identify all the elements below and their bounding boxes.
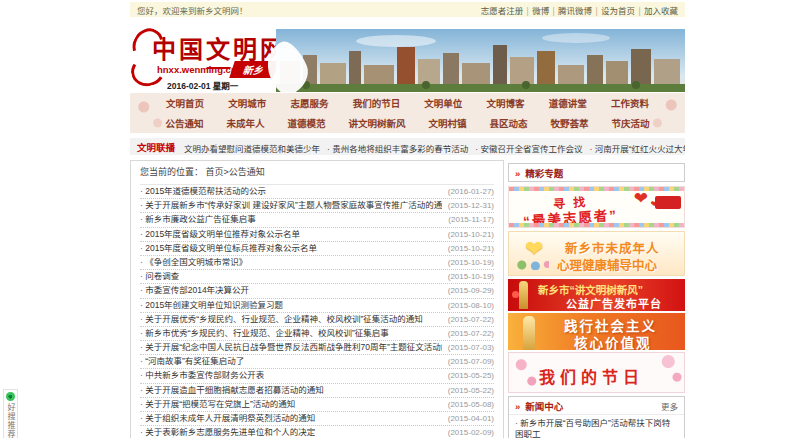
notice-date: (2015-09-29): [448, 284, 494, 297]
nav-item[interactable]: 文明首页: [166, 96, 204, 110]
topbar-link[interactable]: 加入收藏: [644, 6, 678, 16]
notice-row: 关于表彰新乡志愿服务先进单位和个人的决定(2015-02-09): [140, 426, 494, 438]
notice-link[interactable]: 关于开展“纪念中国人民抗日战争暨世界反法西斯战争胜利70周年”主题征文活动的通知: [140, 341, 442, 354]
banner-text: 心理健康辅导中心: [557, 255, 657, 274]
notice-link[interactable]: 问卷调查: [140, 270, 179, 283]
banner-text: 公益广告发布平台: [566, 295, 662, 311]
browser-plugin-widget[interactable]: 好搜推荐: [3, 389, 18, 438]
nav-item[interactable]: 志愿服务: [290, 96, 328, 110]
notice-row: 《争创全国文明城市常识》(2015-10-19): [140, 256, 494, 270]
notice-link[interactable]: 关于组织未成年人开展清明祭英烈活动的通知: [140, 412, 315, 425]
notice-link[interactable]: 2015年度省级文明单位标兵推荐对象公示名单: [140, 242, 317, 255]
banner-psa-platform[interactable]: 新乡市“讲文明树新风” 公益广告发布平台: [508, 279, 685, 311]
nav-item[interactable]: 县区动态: [489, 116, 527, 130]
notice-link[interactable]: 新乡市廉政公益广告征集启事: [140, 213, 256, 226]
breadcrumb-prefix: 您当前的位置：: [140, 167, 203, 177]
notice-link[interactable]: 2015年道德模范帮扶活动的公示: [140, 185, 266, 198]
site-logo[interactable]: 中国文明网: [152, 30, 287, 65]
notice-row: 2015年度省级文明单位标兵推荐对象公示名单(2015-10-21): [140, 242, 494, 256]
notice-panel: 您当前的位置： 首页>公告通知 2015年道德模范帮扶活动的公示(2016-01…: [130, 160, 504, 438]
topbar: 您好，欢迎来到新乡文明网！ 志愿者注册 | 微博 | 腾讯微博 | 设为首页 |…: [130, 2, 685, 17]
notice-row: 关于组织未成年人开展清明祭英烈活动的通知(2015-04-01): [140, 412, 494, 426]
banner-text: 我们的节日: [539, 364, 644, 388]
topbar-link[interactable]: 微博: [532, 6, 549, 16]
notice-link[interactable]: 市委宣传部2014年决算公开: [140, 284, 249, 297]
notice-date: (2015-07-09): [448, 355, 494, 368]
sidebar: »精彩专题 寻找 “最美志愿者” ❤ ❤ ❤ 新乡市未成年人 心理健康辅导中心 …: [508, 163, 685, 438]
notice-link[interactable]: 关于开展新乡市“传承好家训 建设好家风”主题人物暨家庭故事宣传推广活动的通知: [140, 199, 442, 212]
plugin-label: 好搜推荐: [5, 403, 16, 438]
nav-item[interactable]: 文明单位: [424, 96, 462, 110]
notice-row: 关于开展优秀“乡规民约、行业规范、企业精神、校风校训”征集活动的通知(2015-…: [140, 313, 494, 327]
notice-link[interactable]: 关于开展“把模范写在党旗上”活动的通知: [140, 398, 295, 411]
nav-item[interactable]: 文明城市: [228, 96, 266, 110]
notice-date: (2016-01-27): [448, 185, 494, 198]
nav-item[interactable]: 节庆活动: [611, 116, 649, 130]
notice-row: 2015年创建文明单位知识测验复习题(2015-08-10): [140, 299, 494, 313]
browser-viewport: 您好，欢迎来到新乡文明网！ 志愿者注册 | 微博 | 腾讯微博 | 设为首页 |…: [0, 0, 810, 438]
ticker-item[interactable]: 文明办看望慰问道德模范和美德少年: [184, 144, 320, 154]
notice-row: 关于开展新乡市“传承好家训 建设好家风”主题人物暨家庭故事宣传推广活动的通知(2…: [140, 199, 494, 213]
nav-row-1: 文明首页文明城市志愿服务我们的节日文明单位文明博客道德讲堂工作资料: [130, 93, 685, 113]
notice-link[interactable]: 中共新乡市委宣传部财务公开表: [140, 369, 264, 382]
ticker-item[interactable]: · 安徽召开全省宣传工作会议: [475, 144, 582, 154]
notice-row: 关于开展“把模范写在党旗上”活动的通知(2015-05-08): [140, 398, 494, 412]
topbar-link[interactable]: 设为首页: [601, 6, 635, 16]
main-nav: 文明首页文明城市志愿服务我们的节日文明单位文明博客道德讲堂工作资料 公告通知未成…: [130, 93, 685, 133]
notice-link[interactable]: 《争创全国文明城市常识》: [140, 256, 247, 269]
breadcrumb: 您当前的位置： 首页>公告通知: [140, 161, 494, 185]
greeting-text: 您好，欢迎来到新乡文明网！: [137, 4, 248, 16]
news-item-link[interactable]: 新乡市开展“百号助困户”活动帮扶下岗特困职工: [509, 415, 684, 438]
notice-date: (2015-05-08): [448, 398, 494, 411]
nav-item[interactable]: 文明村镇: [428, 116, 466, 130]
topics-header-label: 精彩专题: [525, 168, 563, 179]
ticker-item[interactable]: · 河南开展“红红火火过大年”志: [589, 144, 685, 154]
notice-date: (2015-08-10): [448, 299, 494, 312]
news-center-panel: »新闻中心 更多 新乡市开展“百号助困户”活动帮扶下岗特困职工: [508, 396, 685, 438]
notice-row: 市委宣传部2014年决算公开(2015-09-29): [140, 284, 494, 298]
more-link[interactable]: 更多: [661, 400, 678, 412]
notice-date: (2015-05-22): [448, 384, 494, 397]
banner-best-volunteers[interactable]: 寻找 “最美志愿者” ❤ ❤: [508, 186, 685, 228]
separator: |: [593, 6, 600, 16]
site-url: hnxx.wenming.cn: [157, 64, 237, 75]
nav-item[interactable]: 讲文明树新风: [348, 116, 405, 130]
ticker-label: 文明联播: [137, 140, 175, 154]
nav-item[interactable]: 道德模范: [287, 116, 325, 130]
notice-row: 新乡市廉政公益广告征集启事(2015-11-17): [140, 213, 494, 227]
banner-minors-counseling-center[interactable]: ❤ 新乡市未成年人 心理健康辅导中心: [508, 231, 685, 276]
notice-link[interactable]: 2015年度省级文明单位推荐对象公示名单: [140, 228, 300, 241]
notice-date: (2015-07-22): [448, 327, 494, 340]
heart-icon: ❤: [525, 236, 543, 262]
double-arrow-icon: »: [515, 168, 520, 179]
topbar-link[interactable]: 志愿者注册: [481, 6, 524, 16]
nav-item[interactable]: 未成年人: [226, 116, 264, 130]
notice-date: (2015-10-19): [448, 270, 494, 283]
notice-link[interactable]: 关于开展造血干细胞捐献志愿者招募活动的通知: [140, 384, 324, 397]
notice-date: (2015-10-21): [448, 228, 494, 241]
notice-link[interactable]: 2015年创建文明单位知识测验复习题: [140, 299, 283, 312]
notice-link[interactable]: 新乡市优秀“乡规民约、行业规范、企业精神、校风校训”征集启事: [140, 327, 389, 340]
banner-core-values[interactable]: 践行社会主义 核心价值观: [508, 313, 685, 350]
topbar-link[interactable]: 腾讯微博: [558, 6, 592, 16]
nav-item[interactable]: 牧野荟萃: [550, 116, 588, 130]
news-ticker: 文明联播 文明办看望慰问道德模范和美德少年· 贵州各地将组织丰富多彩的春节活动·…: [130, 138, 685, 155]
header-date: 2016-02-01 星期一: [167, 79, 238, 91]
notice-link[interactable]: 关于表彰新乡志愿服务先进单位和个人的决定: [140, 426, 315, 438]
notice-date: (2015-05-25): [448, 369, 494, 382]
notice-row: 新乡市优秀“乡规民约、行业规范、企业精神、校风校训”征集启事(2015-07-2…: [140, 327, 494, 341]
notice-row: 关于开展造血干细胞捐献志愿者招募活动的通知(2015-05-22): [140, 384, 494, 398]
nav-item[interactable]: 工作资料: [611, 96, 649, 110]
notice-link[interactable]: 关于开展优秀“乡规民约、行业规范、企业精神、校风校训”征集活动的通知: [140, 313, 423, 326]
nav-item[interactable]: 文明博客: [487, 96, 525, 110]
notice-date: (2015-11-17): [448, 213, 494, 226]
breadcrumb-path[interactable]: 首页>公告通知: [206, 167, 265, 177]
nav-item[interactable]: 我们的节日: [353, 96, 401, 110]
nav-item[interactable]: 道德讲堂: [549, 96, 587, 110]
ticker-item[interactable]: · 贵州各地将组织丰富多彩的春节活动: [327, 144, 468, 154]
nav-item[interactable]: 公告通知: [165, 116, 203, 130]
notice-row: 2015年度省级文明单位推荐对象公示名单(2015-10-21): [140, 228, 494, 242]
notice-link[interactable]: “河南故事”有奖征集启动了: [140, 355, 244, 368]
notice-row: 2015年道德模范帮扶活动的公示(2016-01-27): [140, 185, 494, 199]
banner-our-festivals[interactable]: 我们的节日: [508, 352, 685, 393]
